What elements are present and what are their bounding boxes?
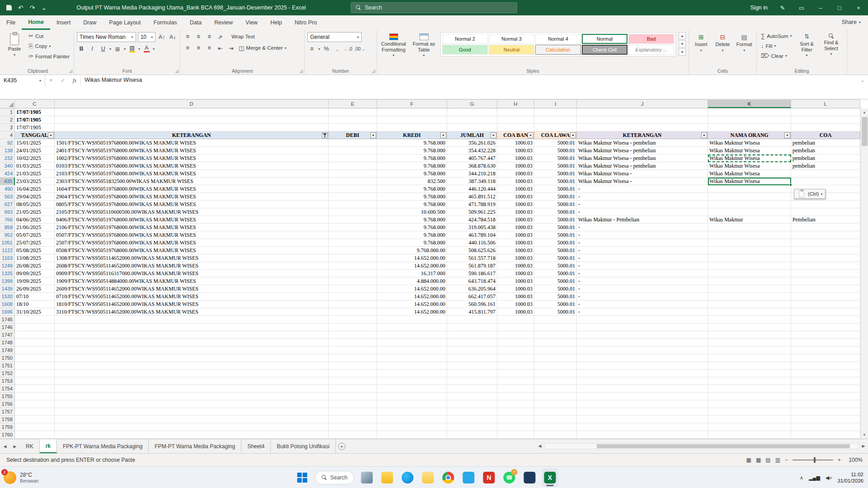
cell-J1760[interactable] xyxy=(577,431,708,439)
cell-J627[interactable]: - xyxy=(577,201,708,208)
display-settings-icon[interactable]: ▦ xyxy=(746,457,751,463)
cell-K1751[interactable] xyxy=(708,362,791,370)
cell-H232[interactable]: 1000.03 xyxy=(497,155,534,162)
cell-F1530[interactable]: 14.652.000.00 xyxy=(377,293,447,300)
row-header-435[interactable]: 435 xyxy=(0,178,15,185)
cell-C1759[interactable] xyxy=(15,423,55,431)
accounting-format-button[interactable]: ¤ xyxy=(307,44,316,53)
cell-K1755[interactable] xyxy=(708,393,791,400)
cell-J3[interactable] xyxy=(577,124,708,131)
cell-J1754[interactable] xyxy=(577,385,708,393)
cell-D1760[interactable] xyxy=(55,431,329,439)
view-page-layout-icon[interactable]: ▤ xyxy=(765,457,770,463)
cell-E490[interactable] xyxy=(329,185,377,193)
alignment-dialog-launcher[interactable]: ◿ xyxy=(300,69,303,73)
format-as-table-button[interactable]: Format as Table ▾ xyxy=(410,32,438,66)
cell-H1051[interactable]: 1000.03 xyxy=(497,239,534,247)
cell-L435[interactable] xyxy=(791,178,860,185)
minimize-button[interactable]: – xyxy=(811,0,830,15)
cell-C952[interactable]: 05/07/2025 xyxy=(15,231,55,239)
cell-L1399[interactable] xyxy=(791,277,860,285)
underline-button[interactable]: U xyxy=(99,44,108,53)
close-button[interactable]: × xyxy=(849,0,868,15)
cell-L92[interactable]: pembelian xyxy=(791,139,860,147)
cell-I1249[interactable]: 5000.01 xyxy=(534,262,577,270)
cell-E1751[interactable] xyxy=(329,362,377,370)
cell-E1759[interactable] xyxy=(329,423,377,431)
cell-L1755[interactable] xyxy=(791,393,860,400)
cell-C1747[interactable] xyxy=(15,331,55,339)
cell-D232[interactable]: 1002/FTSCY/WS950519768000.00WIKAS MAKMUR… xyxy=(55,155,329,162)
cell-K1746[interactable] xyxy=(708,324,791,331)
row-header-3[interactable]: 3 xyxy=(0,124,15,131)
row-header-1752[interactable]: 1752 xyxy=(0,370,15,377)
cell-D1749[interactable] xyxy=(55,347,329,354)
row-header-1750[interactable]: 1750 xyxy=(0,354,15,362)
styles-more-icon[interactable]: ▼ xyxy=(679,48,686,56)
cell-C1756[interactable] xyxy=(15,400,55,408)
cell-H1748[interactable] xyxy=(497,339,534,347)
cell-C1755[interactable] xyxy=(15,393,55,400)
cell-E1752[interactable] xyxy=(329,370,377,377)
taskbar-icon-terminal[interactable] xyxy=(521,469,538,487)
cell-G340[interactable]: 368.878.630 xyxy=(447,162,497,170)
cell-F1746[interactable] xyxy=(377,324,447,331)
cell-E1746[interactable] xyxy=(329,324,377,331)
header-cell-D[interactable]: KETERANGAN xyxy=(55,131,329,139)
cell-C138[interactable]: 24/01/2025 xyxy=(15,147,55,155)
cell-I490[interactable]: 5000.01 xyxy=(534,185,577,193)
row-header-424[interactable]: 424 xyxy=(0,170,15,178)
cell-F1760[interactable] xyxy=(377,431,447,439)
sheet-tab-fpm-pt-warna-media-packaging[interactable]: FPM-PT Warna Media Packaging xyxy=(149,439,241,453)
wrap-text-button[interactable]: Wrap Text xyxy=(230,33,256,40)
cell-F1749[interactable] xyxy=(377,347,447,354)
cell-J1753[interactable] xyxy=(577,377,708,385)
cell-L766[interactable]: Pembelian xyxy=(791,216,860,224)
column-header-G[interactable]: G xyxy=(447,100,497,108)
cell-I1758[interactable] xyxy=(534,416,577,423)
cell-D1754[interactable] xyxy=(55,385,329,393)
cell-E1753[interactable] xyxy=(329,377,377,385)
cell-I2[interactable] xyxy=(534,116,577,124)
cell-J1439[interactable]: - xyxy=(577,285,708,293)
cell-E1756[interactable] xyxy=(329,400,377,408)
format-cells-button[interactable]: ▤ Format ▾ xyxy=(735,32,754,66)
filter-dropdown-icon[interactable]: ▼ xyxy=(528,132,533,138)
row-header-1325[interactable]: 1325 xyxy=(0,270,15,277)
ribbon-tab-draw[interactable]: Draw xyxy=(77,15,103,30)
cell-C1249[interactable]: 26/08/2025 xyxy=(15,262,55,270)
cell-C1758[interactable] xyxy=(15,416,55,423)
sheet-tab-rk[interactable]: RK xyxy=(20,439,40,453)
cell-G1399[interactable]: 643.718.474 xyxy=(447,277,497,285)
cell-J138[interactable]: Wikas Makmur Wisesa - pembelian xyxy=(577,147,708,155)
cell-J1325[interactable]: - xyxy=(577,270,708,277)
filter-dropdown-icon[interactable]: ▼ xyxy=(570,132,576,138)
row-header-1399[interactable]: 1399 xyxy=(0,277,15,285)
cell-C1163[interactable]: 13/08/2025 xyxy=(15,254,55,262)
column-header-E[interactable]: E xyxy=(329,100,377,108)
column-header-D[interactable]: D xyxy=(55,100,329,108)
cell-L1122[interactable] xyxy=(791,247,860,254)
cell-J340[interactable]: Wikas Makmur Wisesa - pembelian xyxy=(577,162,708,170)
cell-K3[interactable] xyxy=(708,124,791,131)
row-header-1758[interactable]: 1758 xyxy=(0,416,15,423)
cell-K1530[interactable] xyxy=(708,293,791,300)
cell-I1696[interactable]: 5000.01 xyxy=(534,308,577,316)
cell-F1756[interactable] xyxy=(377,400,447,408)
cell-D1750[interactable] xyxy=(55,354,329,362)
row-header-766[interactable]: 766 xyxy=(0,216,15,224)
row-header-952[interactable]: 952 xyxy=(0,231,15,239)
zoom-in-button[interactable]: + xyxy=(838,457,841,463)
cell-E3[interactable] xyxy=(329,124,377,131)
cell-G2[interactable] xyxy=(447,116,497,124)
cell-G1696[interactable]: 415.811.797 xyxy=(447,308,497,316)
ribbon-tab-review[interactable]: Review xyxy=(208,15,239,30)
row-header-1530[interactable]: 1530 xyxy=(0,293,15,300)
cell-C1530[interactable]: 07/10 xyxy=(15,293,55,300)
taskbar-icon-teams[interactable] xyxy=(460,469,476,487)
align-right-button[interactable]: ≡ xyxy=(205,43,214,52)
cell-D1748[interactable] xyxy=(55,339,329,347)
cell-I1163[interactable]: 5000.01 xyxy=(534,254,577,262)
cell-G1749[interactable] xyxy=(447,347,497,354)
cell-F1755[interactable] xyxy=(377,393,447,400)
